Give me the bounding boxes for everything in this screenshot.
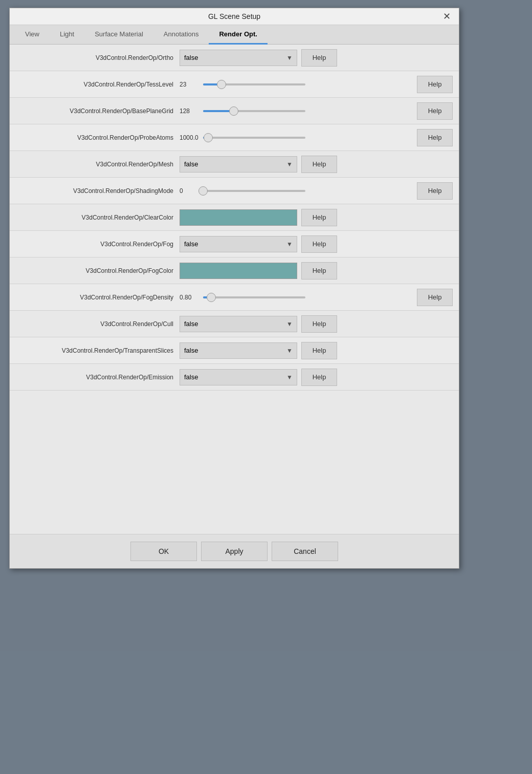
param-row-transparentslices: V3dControl.RenderOp/TransparentSlices fa… (10, 337, 459, 364)
tab-annotations[interactable]: Annotations (153, 25, 209, 45)
param-row-mesh: V3dControl.RenderOp/Mesh false ▼ Help (10, 151, 459, 178)
param-control-shadingmode: 0 Help (180, 182, 453, 200)
transparentslices-dropdown[interactable]: false ▼ (180, 342, 297, 359)
param-label-shadingmode: V3dControl.RenderOp/ShadingMode (16, 187, 180, 195)
param-label-fogcolor: V3dControl.RenderOp/FogColor (16, 267, 180, 274)
param-row-tesslevel: V3dControl.RenderOp/TessLevel 23 Help (10, 71, 459, 98)
fogdensity-thumb[interactable] (207, 293, 216, 302)
dropdown-arrow-icon: ▼ (286, 161, 293, 168)
dialog-title: GL Scene Setup (208, 12, 260, 20)
baseplanegrid-track[interactable] (203, 110, 305, 112)
param-row-ortho: V3dControl.RenderOp/Ortho false ▼ Help (10, 45, 459, 71)
baseplanegrid-slider-container: 128 (180, 107, 413, 115)
param-control-fogcolor: Help (180, 262, 453, 280)
param-control-fog: false ▼ Help (180, 235, 453, 253)
param-label-transparentslices: V3dControl.RenderOp/TransparentSlices (16, 347, 180, 354)
shadingmode-slider-container: 0 (180, 187, 413, 195)
fogcolor-help-button[interactable]: Help (301, 262, 337, 280)
mesh-dropdown[interactable]: false ▼ (180, 156, 297, 173)
dropdown-arrow-icon: ▼ (286, 241, 293, 248)
param-row-fog: V3dControl.RenderOp/Fog false ▼ Help (10, 231, 459, 257)
param-control-transparentslices: false ▼ Help (180, 342, 453, 359)
probeatoms-help-button[interactable]: Help (417, 129, 453, 146)
tab-view[interactable]: View (15, 25, 50, 45)
cull-dropdown[interactable]: false ▼ (180, 316, 297, 332)
param-row-cull: V3dControl.RenderOp/Cull false ▼ Help (10, 311, 459, 337)
baseplanegrid-value: 128 (180, 107, 200, 115)
ortho-dropdown[interactable]: false ▼ (180, 50, 297, 66)
dropdown-arrow-icon: ▼ (286, 54, 293, 61)
fog-dropdown[interactable]: false ▼ (180, 236, 297, 252)
param-label-baseplanegrid: V3dControl.RenderOp/BasePlaneGrid (16, 107, 180, 115)
param-control-mesh: false ▼ Help (180, 156, 453, 173)
probeatoms-track[interactable] (203, 137, 305, 139)
tesslevel-help-button[interactable]: Help (417, 76, 453, 93)
shadingmode-track[interactable] (203, 190, 305, 192)
param-control-tesslevel: 23 Help (180, 76, 453, 93)
fog-help-button[interactable]: Help (301, 235, 337, 253)
param-label-probeatoms: V3dControl.RenderOp/ProbeAtoms (16, 134, 180, 141)
dialog-footer: OK Apply Cancel (10, 534, 459, 568)
fogdensity-value: 0.80 (180, 294, 200, 301)
baseplanegrid-help-button[interactable]: Help (417, 102, 453, 120)
close-button[interactable]: ✕ (440, 11, 454, 22)
ortho-value: false (184, 54, 198, 61)
fogcolor-swatch[interactable] (180, 263, 297, 279)
emission-help-button[interactable]: Help (301, 369, 337, 386)
clearcolor-help-button[interactable]: Help (301, 209, 337, 226)
transparentslices-help-button[interactable]: Help (301, 342, 337, 359)
fogdensity-track[interactable] (203, 296, 305, 298)
param-control-clearcolor: Help (180, 209, 453, 226)
ok-button[interactable]: OK (130, 542, 197, 561)
gl-scene-setup-dialog: GL Scene Setup ✕ View Light Surface Mate… (9, 8, 459, 569)
fogdensity-help-button[interactable]: Help (417, 289, 453, 306)
fog-value: false (184, 240, 198, 248)
dropdown-arrow-icon: ▼ (286, 320, 293, 328)
apply-button[interactable]: Apply (201, 542, 268, 561)
param-control-emission: false ▼ Help (180, 369, 453, 386)
dropdown-arrow-icon: ▼ (286, 347, 293, 354)
cull-value: false (184, 320, 198, 328)
param-row-emission: V3dControl.RenderOp/Emission false ▼ Hel… (10, 364, 459, 391)
param-label-cull: V3dControl.RenderOp/Cull (16, 320, 180, 328)
param-row-fogdensity: V3dControl.RenderOp/FogDensity 0.80 Help (10, 284, 459, 311)
tab-light[interactable]: Light (50, 25, 84, 45)
shadingmode-help-button[interactable]: Help (417, 182, 453, 200)
tesslevel-value: 23 (180, 81, 200, 88)
param-label-clearcolor: V3dControl.RenderOp/ClearColor (16, 214, 180, 221)
fogdensity-slider-container: 0.80 (180, 294, 413, 301)
param-control-cull: false ▼ Help (180, 315, 453, 333)
tab-surface-material[interactable]: Surface Material (84, 25, 153, 45)
baseplanegrid-thumb[interactable] (229, 106, 238, 116)
cancel-button[interactable]: Cancel (272, 542, 338, 561)
dropdown-arrow-icon: ▼ (286, 374, 293, 381)
param-label-emission: V3dControl.RenderOp/Emission (16, 374, 180, 381)
shadingmode-value: 0 (180, 187, 200, 195)
param-control-fogdensity: 0.80 Help (180, 289, 453, 306)
probeatoms-slider-container: 1000.0 (180, 134, 413, 141)
param-row-clearcolor: V3dControl.RenderOp/ClearColor Help (10, 204, 459, 231)
dialog-titlebar: GL Scene Setup ✕ (10, 8, 459, 25)
param-row-fogcolor: V3dControl.RenderOp/FogColor Help (10, 257, 459, 284)
mesh-value: false (184, 160, 198, 168)
ortho-help-button[interactable]: Help (301, 49, 337, 67)
clearcolor-swatch[interactable] (180, 209, 297, 226)
param-row-probeatoms: V3dControl.RenderOp/ProbeAtoms 1000.0 He… (10, 124, 459, 151)
tesslevel-thumb[interactable] (217, 80, 226, 89)
param-label-ortho: V3dControl.RenderOp/Ortho (16, 54, 180, 61)
mesh-help-button[interactable]: Help (301, 156, 337, 173)
emission-value: false (184, 373, 198, 381)
param-row-baseplanegrid: V3dControl.RenderOp/BasePlaneGrid 128 He… (10, 98, 459, 124)
probeatoms-thumb[interactable] (204, 133, 213, 142)
cull-help-button[interactable]: Help (301, 315, 337, 333)
transparentslices-value: false (184, 347, 198, 354)
emission-dropdown[interactable]: false ▼ (180, 369, 297, 385)
tab-render-opt[interactable]: Render Opt. (209, 25, 267, 45)
param-control-probeatoms: 1000.0 Help (180, 129, 453, 146)
probeatoms-value: 1000.0 (180, 134, 200, 141)
param-control-ortho: false ▼ Help (180, 49, 453, 67)
tesslevel-track[interactable] (203, 83, 305, 85)
param-row-shadingmode: V3dControl.RenderOp/ShadingMode 0 Help (10, 178, 459, 204)
shadingmode-thumb[interactable] (198, 186, 208, 196)
param-label-tesslevel: V3dControl.RenderOp/TessLevel (16, 81, 180, 88)
